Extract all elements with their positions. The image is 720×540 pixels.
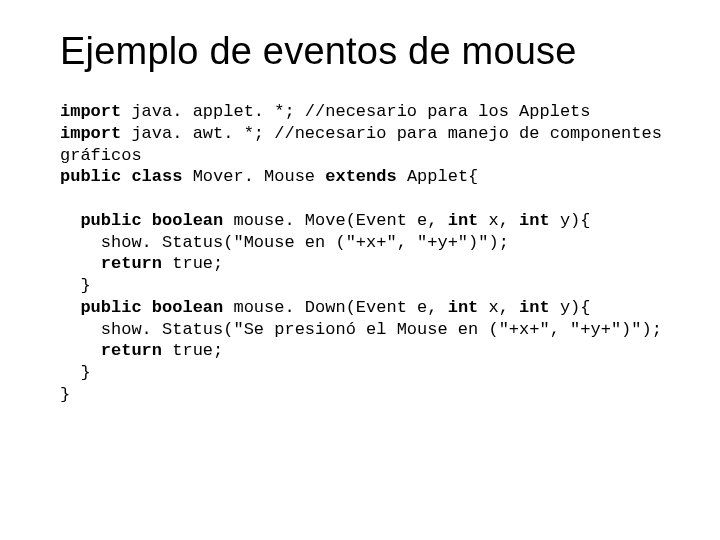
keyword-return: return (101, 341, 162, 360)
keyword-public: public (60, 167, 121, 186)
code-indent (60, 254, 101, 273)
keyword-public: public (80, 298, 141, 317)
code-text: } (60, 363, 91, 382)
code-text: show. Status("Mouse en ("+x+", "+y+")"); (60, 233, 509, 252)
keyword-int: int (519, 298, 550, 317)
keyword-import: import (60, 102, 121, 121)
keyword-int: int (519, 211, 550, 230)
code-text: x, (478, 211, 519, 230)
code-text: Applet{ (397, 167, 479, 186)
code-indent (60, 211, 80, 230)
code-indent (60, 341, 101, 360)
code-text: true; (162, 254, 223, 273)
code-text: } (60, 385, 70, 404)
keyword-boolean: boolean (152, 211, 223, 230)
keyword-boolean: boolean (152, 298, 223, 317)
keyword-int: int (448, 298, 479, 317)
code-block: import java. applet. *; //necesario para… (60, 101, 672, 406)
keyword-class: class (131, 167, 182, 186)
code-text: mouse. Move(Event e, (223, 211, 447, 230)
code-text: y){ (550, 298, 591, 317)
code-text: Mover. Mouse (182, 167, 325, 186)
code-text: gráficos (60, 146, 142, 165)
slide-title: Ejemplo de eventos de mouse (60, 30, 672, 73)
keyword-extends: extends (325, 167, 396, 186)
code-text: show. Status("Se presionó el Mouse en ("… (60, 320, 662, 339)
keyword-import: import (60, 124, 121, 143)
keyword-int: int (448, 211, 479, 230)
keyword-return: return (101, 254, 162, 273)
slide: Ejemplo de eventos de mouse import java.… (0, 0, 720, 540)
code-indent (60, 298, 80, 317)
code-text: mouse. Down(Event e, (223, 298, 447, 317)
code-text: x, (478, 298, 519, 317)
keyword-public: public (80, 211, 141, 230)
code-text: y){ (550, 211, 591, 230)
code-text: java. applet. *; //necesario para los Ap… (121, 102, 590, 121)
code-text: true; (162, 341, 223, 360)
code-text: } (60, 276, 91, 295)
code-text: java. awt. *; //necesario para manejo de… (121, 124, 662, 143)
